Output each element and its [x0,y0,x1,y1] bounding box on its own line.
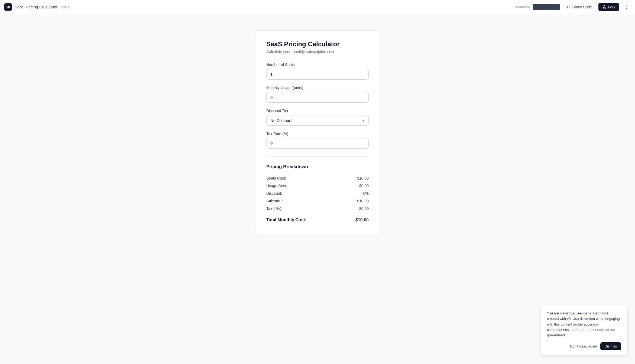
discount-group: Discount Tier No Discount 10% Discount 2… [266,109,369,126]
toast-notification: You are viewing a user-generated block c… [541,305,627,355]
usage-cost-row: Usage Cost: $0.00 [266,182,369,190]
show-code-label: Show Code [572,5,592,9]
svg-point-1 [64,6,65,7]
discount-row: Discount: 0% [266,190,369,197]
svg-line-6 [603,7,604,8]
svg-point-2 [604,5,605,6]
svg-point-8 [626,5,627,6]
view-count: 1 [67,5,69,9]
toast-actions: Don't show again Dismiss [547,342,621,350]
svg-point-9 [626,6,627,7]
discount-select[interactable]: No Discount 10% Discount 20% Discount 30… [266,115,369,126]
card-subtitle: Calculate your monthly subscription cost [266,50,369,54]
subtotal-label: Subtotal: [266,199,283,203]
card-title: SaaS Pricing Calculator [266,40,369,48]
created-by-label: Created by [513,5,531,9]
usage-cost-value: $0.00 [359,184,369,188]
tax-label: Tax Rate (%) [266,132,369,136]
total-value: $10.00 [355,217,369,222]
pricing-breakdown: Pricing Breakdown Seats Cost: $10.00 Usa… [266,164,369,224]
calculator-card: SaaS Pricing Calculator Calculate your m… [255,30,380,234]
tax-row-value: $0.00 [359,206,369,211]
created-by: Created by [513,4,560,10]
svg-point-3 [603,8,604,9]
svg-line-7 [604,7,605,8]
seats-cost-row: Seats Cost: $10.00 [266,174,369,182]
main-content: SaaS Pricing Calculator Calculate your m… [0,14,635,364]
tax-input[interactable] [266,138,369,149]
app-title: SaaS Pricing Calculator [15,5,57,9]
fork-button[interactable]: Fork [598,3,619,11]
more-icon [624,5,629,9]
fork-icon [602,5,606,9]
seats-group: Number of Seats [266,63,369,80]
created-by-name [533,4,560,10]
total-row: Total Monthly Cost: $10.00 [266,214,369,224]
svg-point-4 [605,8,606,9]
seats-input[interactable] [266,69,369,80]
seats-label: Number of Seats [266,63,369,67]
eye-icon [62,5,66,9]
tax-row-label: Tax (0%): [266,206,282,211]
tax-row: Tax (0%): $0.00 [266,205,369,212]
discount-label: Discount Tier [266,109,369,113]
subtotal-value: $10.00 [357,199,369,203]
divider [266,156,369,157]
code-icon [566,5,571,9]
usage-group: Monthly Usage (units) [266,86,369,103]
svg-point-10 [626,8,627,9]
usage-label: Monthly Usage (units) [266,86,369,90]
navbar-right: Created by Show Code Fork [513,3,631,11]
dont-show-again-button[interactable]: Don't show again [569,343,597,350]
navbar-left: v0 SaaS Pricing Calculator 1 [4,3,71,11]
discount-select-wrapper: No Discount 10% Discount 20% Discount 30… [266,115,369,126]
discount-row-label: Discount: [266,191,282,196]
seats-cost-value: $10.00 [357,176,369,180]
usage-cost-label: Usage Cost: [266,184,287,188]
tax-group: Tax Rate (%) [266,132,369,149]
view-badge: 1 [60,5,71,9]
show-code-button[interactable]: Show Code [563,3,596,11]
discount-row-value: 0% [363,191,369,196]
navbar: v0 SaaS Pricing Calculator 1 Created by … [0,0,635,14]
usage-input[interactable] [266,92,369,103]
fork-label: Fork [608,5,615,9]
more-options-button[interactable] [622,3,631,11]
toast-message: You are viewing a user-generated block c… [547,311,621,338]
subtotal-row: Subtotal: $10.00 [266,197,369,205]
seats-cost-label: Seats Cost: [266,176,286,180]
logo: v0 [4,3,12,11]
total-label: Total Monthly Cost: [266,217,306,222]
dismiss-button[interactable]: Dismiss [600,342,621,350]
breakdown-title: Pricing Breakdown [266,164,369,170]
